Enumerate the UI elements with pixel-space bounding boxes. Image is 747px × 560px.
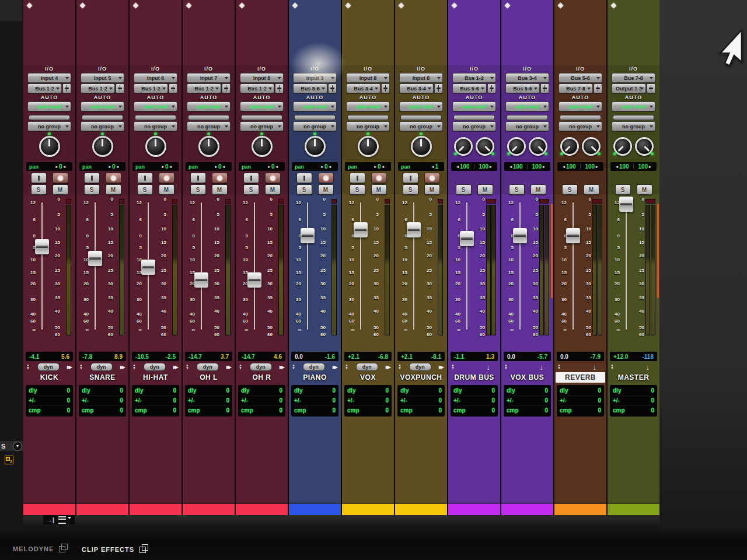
dyn-button[interactable]: dyn: [303, 363, 325, 371]
track-name-plate[interactable]: DRUM BUS: [449, 372, 499, 383]
track-name-plate[interactable]: VOXPUNCH: [396, 372, 446, 383]
track-name-plate[interactable]: VOX: [343, 372, 393, 383]
delay-comp-row[interactable]: dly0: [241, 386, 282, 396]
input-monitor-button[interactable]: [31, 173, 47, 183]
track-name-plate[interactable]: PIANO: [290, 372, 340, 383]
track-name-plate[interactable]: MASTER: [609, 372, 658, 383]
pan-display[interactable]: ◂100100▸: [504, 162, 550, 171]
delay-comp-row[interactable]: cmp0: [294, 406, 336, 415]
delay-comp-row[interactable]: +/-0: [453, 396, 495, 406]
nudge-arrows[interactable]: ▲▼: [132, 364, 136, 370]
automation-mode-selector[interactable]: auto read: [27, 102, 71, 111]
output-window-fader-icon[interactable]: [275, 83, 284, 93]
automation-mode-selector[interactable]: auto read: [612, 102, 655, 111]
pan-display[interactable]: pan▸0◂: [26, 162, 72, 171]
delay-comp-row[interactable]: dly0: [82, 386, 123, 396]
nudge-arrows[interactable]: ▲▼: [398, 364, 402, 370]
solo-button[interactable]: S: [456, 184, 472, 195]
clip-indicator-led[interactable]: [486, 199, 496, 204]
clip-indicator-led[interactable]: [331, 199, 337, 204]
pan-knob-right[interactable]: [529, 137, 547, 156]
volume-peak-display[interactable]: 0.0-7.9: [557, 352, 604, 361]
group-selector[interactable]: no group: [452, 121, 496, 131]
record-enable-button[interactable]: [212, 173, 228, 183]
delay-comp-row[interactable]: +/-0: [507, 396, 548, 406]
strip-expand-diamond-icon[interactable]: [133, 3, 139, 9]
input-monitor-button[interactable]: [84, 173, 100, 183]
delay-comp-row[interactable]: +/-0: [613, 396, 654, 406]
track-color-bar[interactable]: [608, 504, 659, 515]
pan-knob-left[interactable]: [507, 137, 526, 156]
expand-arrows-icon[interactable]: ▶▶: [226, 365, 232, 370]
fader-cap[interactable]: [566, 228, 580, 243]
fader-cap[interactable]: [247, 272, 261, 288]
fader-cap[interactable]: [354, 222, 368, 237]
delay-comp-row[interactable]: dly0: [188, 386, 229, 396]
track-color-bar[interactable]: [501, 504, 553, 515]
nudge-arrows[interactable]: ▲▼: [610, 364, 614, 370]
pan-display[interactable]: ◂100100▸: [610, 162, 657, 171]
fader-cap[interactable]: [407, 222, 421, 237]
mute-button[interactable]: M: [637, 184, 652, 195]
track-color-bar[interactable]: [395, 504, 447, 515]
output-selector[interactable]: Bus 1-2: [240, 83, 274, 93]
input-selector[interactable]: Input 7: [187, 73, 231, 83]
pan-knob[interactable]: [305, 136, 326, 157]
delay-comp-row[interactable]: cmp0: [400, 406, 442, 415]
strip-expand-diamond-icon[interactable]: [80, 3, 86, 9]
pan-knob[interactable]: [252, 136, 273, 157]
track-color-bar[interactable]: [448, 504, 500, 515]
pan-display[interactable]: ◂100100▸: [557, 162, 603, 171]
track-name-plate[interactable]: OH R: [237, 372, 287, 383]
record-enable-button[interactable]: [371, 173, 387, 183]
record-enable-button[interactable]: [265, 173, 281, 183]
mute-button[interactable]: M: [584, 184, 599, 195]
automation-mode-selector[interactable]: auto read: [558, 102, 602, 111]
volume-peak-display[interactable]: 0.0-1.6: [291, 352, 338, 361]
output-selector[interactable]: Bus 7-8: [558, 83, 593, 93]
dyn-button[interactable]: dyn: [90, 363, 113, 371]
volume-peak-display[interactable]: -10.5-2.5: [132, 352, 179, 361]
fader-cap[interactable]: [141, 260, 155, 275]
pan-display[interactable]: pan▸0◂: [79, 162, 125, 171]
strip-expand-diamond-icon[interactable]: [558, 3, 564, 9]
delay-comp-row[interactable]: dly0: [560, 386, 601, 396]
strip-expand-diamond-icon[interactable]: [186, 3, 192, 9]
pan-knob[interactable]: [198, 136, 219, 157]
group-selector[interactable]: no group: [558, 121, 602, 131]
solo-button[interactable]: S: [509, 184, 525, 195]
volume-peak-display[interactable]: -7.88.9: [79, 352, 126, 361]
solo-button[interactable]: S: [243, 184, 259, 195]
expand-arrows-icon[interactable]: ▶▶: [173, 365, 179, 370]
group-selector[interactable]: no group: [27, 121, 71, 131]
pan-knob[interactable]: [39, 136, 60, 157]
expand-arrows-icon[interactable]: ▶▶: [67, 365, 72, 370]
automation-mode-selector[interactable]: auto read: [452, 102, 496, 111]
delay-comp-row[interactable]: dly0: [347, 386, 389, 396]
clip-indicator-led[interactable]: [66, 199, 71, 204]
strip-expand-diamond-icon[interactable]: [452, 3, 458, 9]
delay-comp-row[interactable]: dly0: [400, 386, 442, 396]
track-name-plate[interactable]: SNARE: [78, 372, 127, 383]
input-selector[interactable]: Bus 7-8: [612, 73, 655, 83]
input-selector[interactable]: Input 8: [346, 73, 390, 83]
fader-cap[interactable]: [619, 197, 633, 212]
record-enable-button[interactable]: [53, 173, 68, 183]
solo-button[interactable]: S: [296, 184, 312, 195]
output-selector[interactable]: Bus 1-2: [81, 83, 115, 93]
clip-indicator-led[interactable]: [225, 199, 231, 204]
output-selector[interactable]: Bus 5-6: [452, 83, 487, 93]
strip-expand-diamond-icon[interactable]: [27, 3, 33, 9]
fader-cap[interactable]: [88, 251, 102, 266]
output-window-fader-icon[interactable]: [381, 83, 390, 93]
delay-comp-row[interactable]: +/-0: [135, 396, 176, 406]
delay-comp-row[interactable]: cmp0: [241, 406, 282, 415]
mute-button[interactable]: M: [530, 184, 546, 195]
mute-button[interactable]: M: [53, 184, 68, 195]
strip-expand-diamond-icon[interactable]: [399, 3, 404, 9]
pan-display[interactable]: pan▸0◂: [239, 162, 285, 171]
delay-comp-row[interactable]: +/-0: [294, 396, 336, 406]
output-window-fader-icon[interactable]: [487, 83, 496, 93]
output-window-fader-icon[interactable]: [540, 83, 549, 93]
output-window-fader-icon[interactable]: [62, 83, 71, 93]
